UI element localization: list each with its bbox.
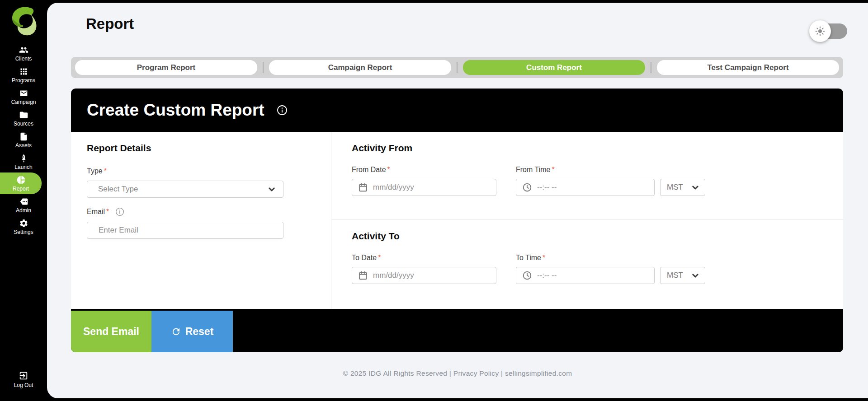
clock-icon [522,270,532,280]
email-label-row: Email* [87,207,124,216]
chevron-down-icon [691,183,699,191]
report-details-heading: Report Details [87,143,151,154]
calendar-icon [358,182,368,192]
sidebar-item-label: Clients [15,56,32,62]
sidebar-item-label: Campaign [11,99,36,105]
report-tabbar: Program Report Campaign Report Custom Re… [71,57,843,78]
activity-column: Activity From From Date* From Time* [332,132,843,309]
required-mark: * [542,254,545,261]
from-timezone-value: MST [667,183,683,192]
sidebar-item-settings[interactable]: Settings [0,216,47,238]
to-time-input[interactable] [516,267,655,284]
required-mark: * [378,254,381,261]
from-date-label: From Date* [352,166,390,174]
assets-icon [19,132,28,141]
programs-icon [19,67,28,76]
refresh-icon [171,326,181,337]
sun-icon [815,26,826,37]
sidebar: Clients Programs Campaign Sources Assets… [0,0,47,401]
tab-separator [651,62,651,73]
tab-separator [263,62,264,73]
from-date-input[interactable] [352,179,496,196]
sidebar-item-admin[interactable]: Admin [0,194,47,216]
activity-to-section: Activity To To Date* To Time* [332,220,843,309]
theme-toggle[interactable] [814,23,847,39]
activity-to-heading: Activity To [352,231,400,242]
email-label: Email* [87,208,109,216]
selling-simplified-logo [8,5,39,40]
sidebar-item-label: Assets [15,142,32,149]
required-mark: * [106,208,109,215]
sidebar-item-label: Settings [14,229,33,235]
reset-button[interactable]: Reset [151,311,233,352]
sidebar-item-label: Sources [14,121,33,127]
info-icon[interactable] [115,207,124,216]
page-title: Report [86,15,134,33]
type-select[interactable]: Select Type [87,181,283,198]
panel-body: Report Details Type* Select Type Email* [71,132,843,309]
tab-program-report[interactable]: Program Report [75,60,257,75]
type-label: Type* [87,167,107,175]
sidebar-item-launch[interactable]: Launch [0,151,47,173]
sources-icon [19,110,28,120]
to-time-label: To Time* [516,254,545,262]
tab-separator [457,62,458,73]
chevron-down-icon [691,271,699,280]
logout-icon [19,371,28,381]
from-time-input[interactable] [516,179,655,196]
calendar-icon [358,270,368,280]
type-select-value: Select Type [98,185,138,194]
reset-label: Reset [185,326,214,338]
from-time-field-wrap [516,179,655,196]
sidebar-item-label: Admin [16,207,31,214]
sidebar-item-report[interactable]: Report [0,173,42,194]
sidebar-item-label: Report [13,186,29,192]
to-timezone-select[interactable]: MST [660,267,705,284]
tab-custom-report[interactable]: Custom Report [463,60,645,75]
report-icon [16,175,26,185]
main-content: Report Program Report Campaign Report Cu… [47,3,868,398]
to-time-field-wrap [516,267,655,284]
create-custom-report-panel: Create Custom Report Report Details Type… [71,89,843,352]
logout-button[interactable]: Log Out [0,371,47,388]
activity-from-section: Activity From From Date* From Time* [332,132,843,219]
launch-icon [19,154,28,163]
to-date-input[interactable] [352,267,496,284]
sidebar-item-assets[interactable]: Assets [0,129,47,151]
panel-footer: Send Email Reset [71,309,843,352]
site-footer: © 2025 IDG All Rights Reserved | Privacy… [47,369,868,378]
sidebar-nav: Clients Programs Campaign Sources Assets… [0,42,47,238]
sidebar-item-clients[interactable]: Clients [0,42,47,64]
sidebar-item-label: Launch [14,164,32,170]
admin-icon [19,197,28,206]
activity-from-heading: Activity From [352,143,412,154]
to-date-label: To Date* [352,254,381,262]
tab-test-campaign-report[interactable]: Test Campaign Report [657,60,839,75]
sidebar-item-programs[interactable]: Programs [0,64,47,86]
sidebar-item-sources[interactable]: Sources [0,107,47,129]
chevron-down-icon [268,185,276,193]
theme-toggle-knob [809,20,831,42]
info-icon[interactable] [277,105,288,116]
panel-title: Create Custom Report [87,101,264,120]
sidebar-item-campaign[interactable]: Campaign [0,86,47,107]
clock-icon [522,182,532,192]
from-time-label: From Time* [516,166,555,174]
sidebar-item-label: Programs [12,77,35,84]
required-mark: * [552,166,554,173]
settings-icon [19,219,28,228]
from-date-field-wrap [352,179,496,196]
logout-label: Log Out [14,382,33,388]
to-timezone-value: MST [667,271,683,280]
required-mark: * [104,167,107,175]
panel-header: Create Custom Report [71,89,843,132]
tab-campaign-report[interactable]: Campaign Report [269,60,451,75]
send-email-button[interactable]: Send Email [71,311,151,352]
campaign-icon [19,89,28,98]
clients-icon [19,45,28,55]
from-timezone-select[interactable]: MST [660,179,705,196]
required-mark: * [387,166,390,173]
to-date-field-wrap [352,267,496,284]
report-details-section: Report Details Type* Select Type Email* [71,132,331,309]
email-field[interactable] [87,222,283,239]
